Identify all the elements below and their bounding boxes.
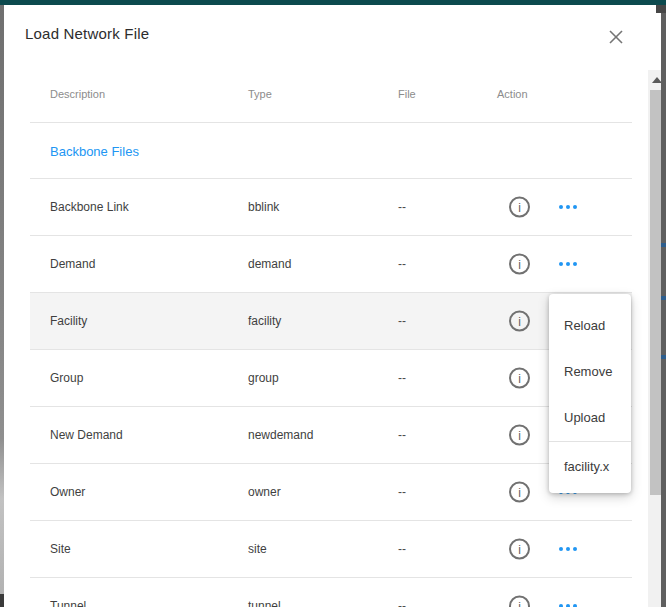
dialog-title: Load Network File: [25, 25, 149, 42]
row-type: demand: [248, 257, 291, 271]
row-file: --: [398, 371, 406, 385]
page-corner-notch: [656, 5, 666, 13]
info-icon[interactable]: i: [509, 311, 530, 332]
row-type: bblink: [248, 200, 279, 214]
row-description: Facility: [50, 314, 87, 328]
table-row: Owner owner -- i: [30, 463, 632, 520]
row-file: --: [398, 200, 406, 214]
row-description: Site: [50, 542, 71, 556]
table-rows: Backbone Link bblink -- i Demand demand …: [30, 178, 632, 607]
table-row: Site site -- i: [30, 520, 632, 577]
page-left-edge: [0, 5, 4, 607]
row-type: newdemand: [248, 428, 313, 442]
header-description: Description: [50, 88, 105, 100]
row-type: tunnel: [248, 599, 281, 607]
info-icon[interactable]: i: [509, 254, 530, 275]
table-header: Description Type File Action: [30, 80, 632, 122]
table-row: Tunnel tunnel -- i: [30, 577, 632, 607]
menu-item-reload[interactable]: Reload: [549, 303, 631, 349]
close-icon: [608, 29, 624, 45]
header-type: Type: [248, 88, 272, 100]
file-table: Description Type File Action Backbone Fi…: [30, 80, 632, 607]
row-description: Tunnel: [50, 599, 86, 607]
row-description: New Demand: [50, 428, 123, 442]
table-row: Facility facility -- i: [30, 292, 632, 349]
row-description: Backbone Link: [50, 200, 129, 214]
row-file: --: [398, 314, 406, 328]
page-top-bar: [0, 0, 666, 5]
table-row: Group group -- i: [30, 349, 632, 406]
page-right-edge: [661, 5, 666, 607]
row-type: site: [248, 542, 267, 556]
row-description: Demand: [50, 257, 95, 271]
row-file: --: [398, 428, 406, 442]
close-button[interactable]: [605, 26, 627, 48]
row-file: --: [398, 599, 406, 607]
row-file: --: [398, 257, 406, 271]
info-icon[interactable]: i: [509, 197, 530, 218]
page-left-edge-icon: [0, 594, 4, 607]
header-action: Action: [497, 88, 528, 100]
table-row: Demand demand -- i: [30, 235, 632, 292]
load-network-file-dialog: Load Network File Description Type File …: [4, 5, 661, 607]
row-description: Group: [50, 371, 83, 385]
info-icon[interactable]: i: [509, 596, 530, 607]
row-file: --: [398, 542, 406, 556]
edge-link-mark: [661, 296, 666, 300]
row-file: --: [398, 485, 406, 499]
menu-item-upload[interactable]: Upload: [549, 395, 631, 441]
backbone-files-link[interactable]: Backbone Files: [50, 143, 139, 158]
info-icon[interactable]: i: [509, 482, 530, 503]
info-icon[interactable]: i: [509, 539, 530, 560]
screen: Load Network File Description Type File …: [0, 0, 666, 607]
more-actions-button[interactable]: [559, 600, 577, 607]
more-actions-button[interactable]: [559, 258, 577, 270]
edge-link-mark: [661, 355, 666, 359]
table-row: New Demand newdemand -- i: [30, 406, 632, 463]
row-type: facility: [248, 314, 281, 328]
menu-item-file[interactable]: facility.x: [549, 441, 631, 492]
more-actions-button[interactable]: [559, 201, 577, 213]
section-row: Backbone Files: [30, 122, 632, 178]
edge-link-mark: [661, 243, 666, 247]
row-context-menu: Reload Remove Upload facility.x: [549, 294, 631, 493]
row-description: Owner: [50, 485, 85, 499]
header-file: File: [398, 88, 416, 100]
more-actions-button[interactable]: [559, 543, 577, 555]
row-type: group: [248, 371, 279, 385]
info-icon[interactable]: i: [509, 425, 530, 446]
info-icon[interactable]: i: [509, 368, 530, 389]
row-type: owner: [248, 485, 281, 499]
menu-item-remove[interactable]: Remove: [549, 349, 631, 395]
table-row: Backbone Link bblink -- i: [30, 178, 632, 235]
